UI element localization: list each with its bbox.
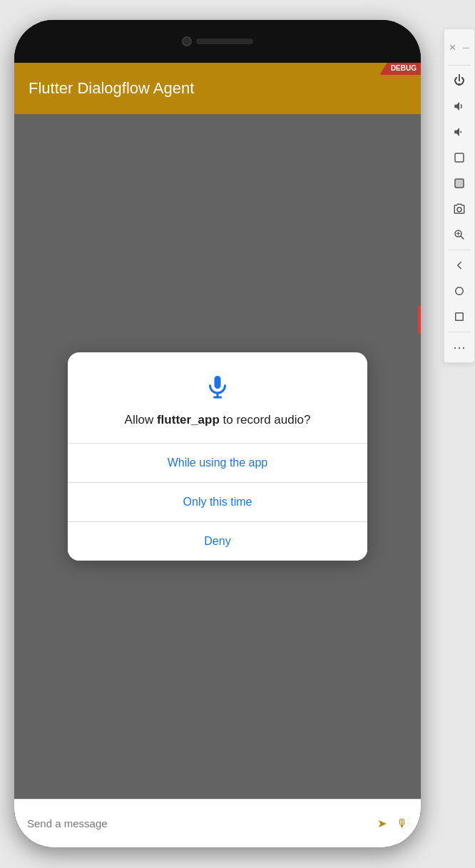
phone-shell: Flutter Dialogflow Agent DEBUG [14, 20, 421, 847]
dialog-message-prefix: Allow [125, 413, 157, 427]
phone-notch [14, 20, 421, 63]
side-toolbar: ✕ ─ ⏻ [444, 29, 475, 363]
rotate-cw-icon[interactable] [446, 171, 472, 195]
minimize-button[interactable]: ─ [459, 35, 473, 59]
screen-content: Allow flutter_app to record audio? While… [14, 114, 421, 799]
debug-badge: DEBUG [379, 63, 421, 75]
dialog-message-suffix: to record audio? [220, 413, 311, 427]
microphone-icon [203, 372, 232, 401]
bottom-bar: ➤ 🎙 [14, 799, 421, 847]
toolbar-header: ✕ ─ [444, 32, 474, 62]
mic-button[interactable]: 🎙 [397, 817, 408, 830]
svg-rect-5 [455, 153, 464, 162]
more-options-icon[interactable]: ⋯ [446, 335, 472, 359]
deny-button[interactable]: Deny [68, 522, 367, 561]
svg-rect-0 [215, 376, 221, 389]
svg-rect-13 [456, 313, 464, 321]
app-bar: Flutter Dialogflow Agent DEBUG [14, 63, 421, 114]
message-input[interactable] [27, 817, 377, 829]
toolbar-divider-bot [448, 332, 471, 332]
while-using-button[interactable]: While using the app [68, 444, 367, 482]
phone-screen: Flutter Dialogflow Agent DEBUG [14, 63, 421, 847]
svg-point-12 [456, 287, 464, 295]
zoom-icon[interactable] [446, 223, 472, 247]
volume-down-icon[interactable] [446, 120, 472, 144]
svg-line-9 [461, 236, 464, 239]
rotate-ccw-icon[interactable] [446, 145, 472, 170]
home-icon[interactable] [446, 279, 472, 303]
speaker-notch [196, 39, 253, 44]
svg-marker-3 [454, 102, 459, 111]
permission-dialog: Allow flutter_app to record audio? While… [68, 352, 367, 561]
dialog-app-name: flutter_app [157, 413, 220, 427]
send-icon[interactable]: ➤ [377, 817, 387, 830]
screenshot-icon[interactable] [446, 197, 472, 221]
svg-rect-6 [455, 179, 464, 188]
only-this-time-button[interactable]: Only this time [68, 483, 367, 521]
app-title: Flutter Dialogflow Agent [29, 79, 194, 98]
svg-marker-4 [454, 128, 459, 136]
red-indicator [418, 305, 421, 334]
camera-notch [182, 36, 192, 46]
svg-point-7 [457, 208, 461, 212]
volume-up-icon[interactable] [446, 94, 472, 118]
power-icon[interactable]: ⏻ [446, 68, 472, 93]
toolbar-divider-top [448, 65, 471, 66]
dialog-header: Allow flutter_app to record audio? [68, 352, 367, 444]
back-icon[interactable] [446, 253, 472, 277]
close-button[interactable]: ✕ [446, 35, 459, 59]
dialog-message: Allow flutter_app to record audio? [125, 411, 311, 429]
toolbar-divider-mid [448, 250, 471, 250]
recent-apps-icon[interactable] [446, 305, 472, 329]
